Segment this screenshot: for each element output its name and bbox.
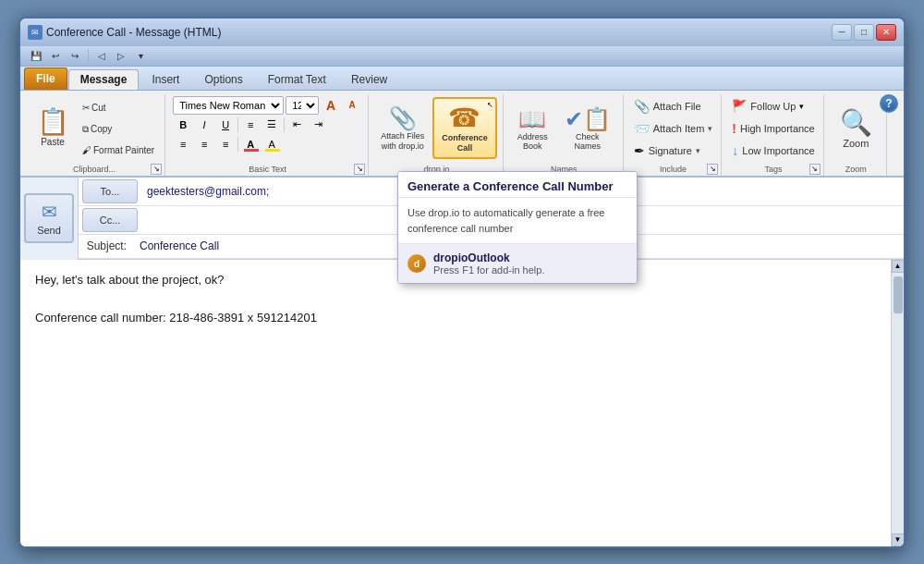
bold-button[interactable]: B [173,116,193,134]
address-book-icon: 📖 [518,106,546,132]
tab-message[interactable]: Message [68,69,140,90]
window-title: Conference Call - Message (HTML) [46,26,221,39]
scroll-up-button[interactable]: ▲ [892,260,905,273]
separator [237,117,238,132]
tags-items: 🚩 Follow Up ▾ ! High Importance ↓ Low Im… [729,96,817,161]
subject-label: Subject: [79,239,134,252]
send-button[interactable]: ✉ Send [24,193,74,243]
align-left-button[interactable]: ≡ [173,135,193,153]
separator [284,117,285,132]
redo-button[interactable]: ↪ [67,48,83,63]
check-names-label: CheckNames [574,132,601,151]
title-bar: ✉ Conference Call - Message (HTML) ─ □ ✕ [20,18,904,46]
highlight-button[interactable]: A [261,135,282,153]
tab-review[interactable]: Review [339,69,399,90]
customize-quick-access[interactable]: ▾ [132,48,149,63]
ribbon-tabs: File Message Insert Options Format Text … [20,67,904,91]
attach-file-button[interactable]: 📎 Attach File [631,96,716,116]
cut-label: Cut [91,103,106,113]
high-importance-button[interactable]: ! High Importance [729,118,817,139]
address-book-button[interactable]: 📖 AddressBook [511,102,554,155]
font-family-select[interactable]: Times New Roman [173,96,284,115]
compose-body-area: Hey, let's talk about the project, ok? C… [20,260,904,546]
scroll-down-button[interactable]: ▼ [892,533,905,546]
attach-item-label: Attach Item [653,123,705,134]
main-window: ✉ Conference Call - Message (HTML) ─ □ ✕… [18,17,906,548]
follow-up-button[interactable]: 🚩 Follow Up ▾ [729,96,817,116]
attach-item-button[interactable]: 📨 Attach Item ▾ [631,118,716,139]
copy-button[interactable]: ⧉ Copy [78,119,159,140]
zoom-button[interactable]: 🔍 Zoom [832,103,881,153]
indent-button[interactable]: ⇥ [308,116,328,134]
tags-expand[interactable]: ↘ [809,164,821,175]
low-importance-button[interactable]: ↓ Low Importance [729,141,817,161]
tags-group: 🚩 Follow Up ▾ ! High Importance ↓ Low Im… [723,94,823,176]
scissors-icon: ✂ [82,103,90,113]
format-painter-button[interactable]: 🖌 Format Painter [78,141,159,161]
tags-content: 🚩 Follow Up ▾ ! High Importance ↓ Low Im… [729,96,817,161]
decrease-font-button[interactable]: A [342,96,362,115]
close-button[interactable]: ✕ [876,24,896,41]
include-expand[interactable]: ↘ [707,164,718,175]
tab-format-text[interactable]: Format Text [256,69,338,90]
align-right-button[interactable]: ≡ [215,135,236,153]
zoom-group-label: Zoom [826,165,886,174]
separator [237,137,238,152]
attach-files-button[interactable]: 📎 Attach Files with drop.io [376,103,429,154]
undo-button[interactable]: ↩ [47,48,64,63]
align-center-button[interactable]: ≡ [194,135,214,153]
outdent-button[interactable]: ⇤ [286,116,307,134]
compose-body[interactable]: Hey, let's talk about the project, ok? C… [20,260,891,546]
tab-insert[interactable]: Insert [140,69,191,90]
basic-text-label: Basic Text [167,165,368,174]
send-icon: ✉ [42,201,57,223]
popup-body: Use drop.io to automatically generate a … [398,198,637,244]
body-line3: Conference call number: 218-486-3891 x 5… [35,309,876,328]
tab-options[interactable]: Options [192,69,254,90]
italic-button[interactable]: I [194,116,214,134]
low-importance-label: Low Importance [742,145,814,156]
paintbrush-icon: 🖌 [82,145,91,155]
increase-font-button[interactable]: A [321,96,341,115]
send-section: ✉ Send [20,178,79,260]
basic-text-expand[interactable]: ↘ [354,164,365,175]
attach-files-label: Attach Files with drop.io [381,131,424,152]
save-button[interactable]: 💾 [28,48,44,63]
signature-button[interactable]: ✒ Signature ▾ [631,141,716,161]
cc-button[interactable]: Cc... [82,208,138,232]
basic-text-content: Times New Roman 12 A A B I U ≡ [173,96,362,161]
tags-label: Tags [723,165,822,174]
maximize-button[interactable]: □ [854,24,874,41]
scrollbar: ▲ ▼ [891,260,904,546]
separator [88,49,89,62]
help-button[interactable]: ? [880,94,898,113]
paste-button[interactable]: 📋 Paste [30,96,76,161]
tab-file[interactable]: File [24,67,67,90]
font-row: Times New Roman 12 A A [173,96,362,115]
back-button[interactable]: ◁ [93,48,110,63]
basic-text-group: Times New Roman 12 A A B I U ≡ [167,94,369,176]
dropio-logo: d [407,254,426,273]
forward-button[interactable]: ▷ [113,48,129,63]
clipboard-small-buttons: ✂ Cut ⧉ Copy 🖌 Format Painter [78,98,159,161]
follow-up-label: Follow Up [750,101,796,112]
bullet-list-button[interactable]: ≡ [240,116,261,134]
font-color-button[interactable]: A [240,135,261,153]
check-names-icon: ✔📋 [565,106,611,132]
format-painter-label: Format Painter [93,145,154,155]
clipboard-label: Clipboard... [24,165,164,174]
conference-call-button[interactable]: ☎ Conference Call ↖ [432,97,497,159]
zoom-group: 🔍 Zoom Zoom [826,94,887,176]
numbered-list-button[interactable]: ☰ [261,116,282,134]
attach-file-label: Attach File [653,101,701,112]
minimize-button[interactable]: ─ [832,24,852,41]
clipboard-expand[interactable]: ↘ [151,164,162,175]
include-group: 📎 Attach File 📨 Attach Item ▾ ✒ Signatur… [626,94,723,176]
scroll-thumb[interactable] [894,276,903,313]
underline-button[interactable]: U [215,116,236,134]
check-names-button[interactable]: ✔📋 CheckNames [558,102,617,155]
cut-button[interactable]: ✂ Cut [78,98,159,118]
to-button[interactable]: To... [82,179,138,203]
phone-icon: ☎ [448,103,480,133]
font-size-select[interactable]: 12 [286,96,319,115]
